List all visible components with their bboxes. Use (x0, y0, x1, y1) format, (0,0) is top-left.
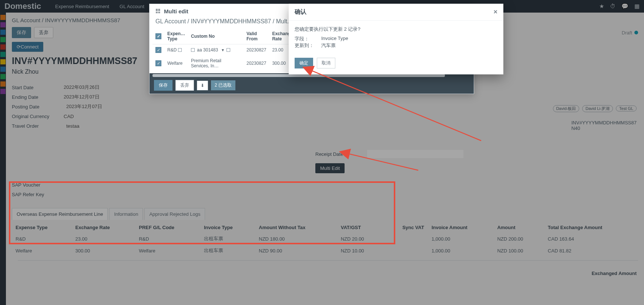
selected-count: 2 已选取 (211, 80, 235, 90)
checkbox[interactable]: ✓ (155, 60, 161, 66)
external-link-icon[interactable] (191, 48, 195, 52)
confirm-dialog: 确认 × 您确定要执行以下更新 2 记录? 字段：Invoice Type 更新… (289, 4, 503, 74)
th-custom-no: Custom No (188, 29, 244, 44)
dialog-to-label: 更新到： (295, 42, 317, 49)
dialog-question: 您确定要执行以下更新 2 记录? (295, 26, 497, 33)
th-checkbox[interactable]: ✓ (152, 29, 164, 44)
external-link-icon[interactable] (178, 48, 182, 52)
panel-title: Multi edit (164, 8, 188, 14)
ok-button[interactable]: 确定 (295, 58, 313, 68)
close-icon[interactable]: × (493, 8, 497, 16)
me-discard-button[interactable]: 丢弃 (175, 80, 194, 91)
dialog-field-value: Invoice Type (321, 36, 348, 42)
checkbox[interactable]: ✓ (155, 47, 161, 53)
dialog-title: 确认 (295, 8, 306, 16)
dialog-field-label: 字段： (295, 36, 317, 42)
cancel-button[interactable]: 取消 (317, 58, 335, 68)
th-exp-type: Expen… Type (164, 29, 188, 44)
th-valid-from: Valid From (244, 29, 269, 44)
dialog-to-value: 汽车票 (321, 42, 336, 49)
download-icon[interactable]: ⬇ (197, 81, 208, 90)
slider-icon: ☷ (155, 8, 160, 14)
external-link-icon[interactable] (227, 48, 230, 52)
me-save-button[interactable]: 保存 (154, 80, 172, 91)
